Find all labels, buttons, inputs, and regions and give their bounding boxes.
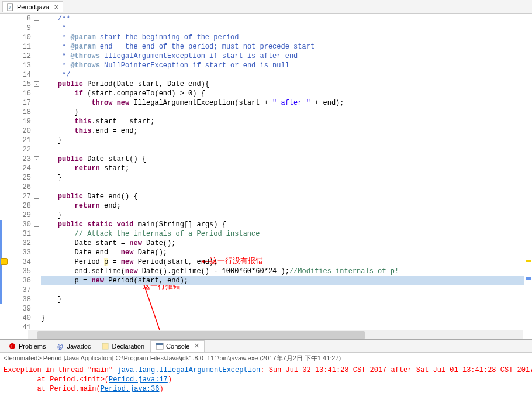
line-number: 8	[9, 14, 31, 23]
console-trace-1-link[interactable]: Period.java:17	[109, 375, 168, 384]
line-number: 27	[9, 192, 31, 201]
code-line[interactable]: p = new Period(start, end);	[41, 276, 524, 285]
change-marker	[0, 248, 2, 257]
svg-text:!: !	[11, 344, 12, 349]
line-number: 35	[9, 267, 31, 276]
console-trace-1-b: )	[168, 375, 172, 384]
change-marker	[0, 285, 2, 295]
code-line[interactable]: */	[41, 70, 524, 80]
code-line[interactable]: /**	[41, 14, 524, 23]
line-number: 28	[9, 201, 31, 211]
code-line[interactable]: * @param end the end of the period; must…	[41, 42, 524, 51]
change-marker	[0, 267, 2, 276]
console-body[interactable]: Exception in thread "main" java.lang.Ill…	[0, 364, 532, 410]
code-line[interactable]: public Period(Date start, Date end){	[41, 80, 524, 89]
warning-icon[interactable]	[1, 258, 8, 265]
console-trace-2-b: )	[159, 385, 163, 393]
close-tab-icon[interactable]: ✕	[54, 4, 59, 11]
code-line[interactable]: Date end = new Date();	[41, 248, 524, 257]
line-number: 12	[9, 51, 31, 61]
horizontal-scrollbar[interactable]	[28, 330, 523, 339]
change-marker	[0, 295, 2, 304]
overview-warning-mark[interactable]	[526, 260, 531, 262]
tab-console[interactable]: Console ✕	[150, 340, 205, 352]
code-line[interactable]: }	[41, 108, 524, 117]
code-line[interactable]: this.start = start;	[41, 117, 524, 126]
svg-text:J: J	[9, 5, 11, 9]
line-number: 22	[9, 145, 31, 154]
code-line[interactable]	[41, 285, 524, 295]
code-line[interactable]: * @throws IllegalArgumentException if st…	[41, 51, 524, 61]
java-file-icon: J	[6, 3, 15, 11]
declaration-icon	[101, 342, 109, 350]
line-number: 11	[9, 42, 31, 51]
code-line[interactable]: return start;	[41, 164, 524, 173]
horizontal-scrollbar-thumb[interactable]	[37, 331, 365, 339]
line-number: 36	[9, 276, 31, 285]
javadoc-icon: @	[56, 342, 64, 350]
code-line[interactable]: public static void main(String[] args) {	[41, 220, 524, 229]
line-number: 19	[9, 117, 31, 126]
code-line[interactable]: if (start.compareTo(end) > 0) {	[41, 89, 524, 98]
tab-declaration[interactable]: Declaration	[96, 341, 149, 352]
code-line[interactable]: return end;	[41, 201, 524, 211]
code-line[interactable]: // Attack the internals of a Period inst…	[41, 229, 524, 239]
console-icon	[156, 342, 164, 350]
code-line[interactable]: Date start = new Date();	[41, 239, 524, 248]
line-number: 15	[9, 80, 31, 89]
code-line[interactable]: }	[41, 211, 524, 220]
tab-javadoc-label: Javadoc	[67, 343, 91, 350]
line-number: 17	[9, 98, 31, 108]
code-line[interactable]: }	[41, 295, 524, 304]
line-number: 16	[9, 89, 31, 98]
marker-strip	[0, 14, 9, 339]
line-number: 24	[9, 164, 31, 173]
change-marker	[0, 220, 2, 229]
console-exception-link[interactable]: java.lang.IllegalArgumentException	[117, 366, 260, 374]
editor-tab-bar: J Period.java ✕	[0, 0, 532, 14]
code-line[interactable]: public Date end() {	[41, 192, 524, 201]
code-line[interactable]: * @param start the beginning of the peri…	[41, 33, 524, 42]
code-line[interactable]: end.setTime(new Date().getTime() - 1000*…	[41, 267, 524, 276]
code-line[interactable]	[41, 182, 524, 192]
svg-text:@: @	[57, 343, 63, 350]
console-trace-2-link[interactable]: Period.java:36	[101, 385, 160, 393]
code-line[interactable]: * @throws NullPointerException if start …	[41, 61, 524, 70]
change-marker	[0, 239, 2, 248]
code-line[interactable]: *	[41, 23, 524, 33]
line-number: 23	[9, 154, 31, 164]
code-line[interactable]	[41, 145, 524, 154]
svg-rect-12	[156, 343, 163, 345]
line-number: 18	[9, 108, 31, 117]
problems-icon: !	[8, 342, 16, 350]
tab-problems[interactable]: ! Problems	[4, 341, 50, 352]
line-number: 29	[9, 211, 31, 220]
bottom-panel: ! Problems @ Javadoc Declaration Console…	[0, 339, 532, 410]
tab-console-label: Console	[166, 343, 189, 350]
line-number: 39	[9, 304, 31, 313]
tab-javadoc[interactable]: @ Javadoc	[51, 341, 95, 352]
code-line[interactable]: throw new IllegalArgumentException(start…	[41, 98, 524, 108]
editor-tab-label: Period.java	[17, 4, 49, 11]
code-line[interactable]: Period p = new Period(start, end);	[41, 257, 524, 267]
code-area[interactable]: 这一行没有报错 这一行报错 /** * * @param start the b…	[37, 14, 524, 339]
line-number: 26	[9, 182, 31, 192]
code-line[interactable]: public Date start() {	[41, 154, 524, 164]
line-number: 32	[9, 239, 31, 248]
line-number: 37	[9, 285, 31, 295]
editor-area: 8910111213141516171819202122232425262728…	[0, 14, 532, 339]
code-line[interactable]: }	[41, 136, 524, 145]
editor-tab-period[interactable]: J Period.java ✕	[2, 1, 63, 12]
console-header: <terminated> Period [Java Application] C…	[0, 353, 532, 364]
close-console-icon[interactable]: ✕	[194, 342, 199, 350]
console-trace-2-a: at Period.main(	[4, 385, 101, 393]
overview-cursor-mark[interactable]	[526, 277, 531, 280]
line-number: 33	[9, 248, 31, 257]
code-line[interactable]: }	[41, 173, 524, 182]
console-exception-msg: : Sun Jul 02 13:41:28 CST 2017 after Sat…	[260, 366, 532, 374]
code-line[interactable]: this.end = end;	[41, 126, 524, 136]
overview-ruler[interactable]	[524, 14, 532, 339]
code-line[interactable]: }	[41, 313, 524, 323]
line-number: 21	[9, 136, 31, 145]
code-line[interactable]	[41, 304, 524, 313]
